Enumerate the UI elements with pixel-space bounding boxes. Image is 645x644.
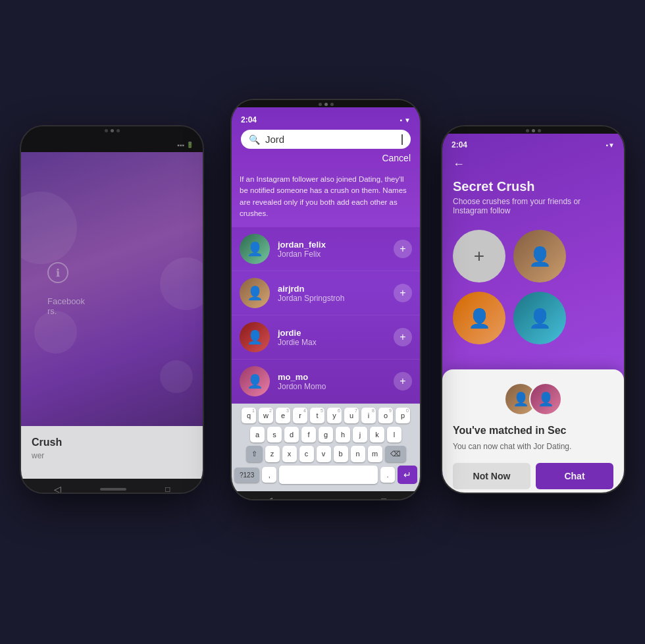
right-signal: ▪▼ [606,142,615,149]
avatar-jordan-felix: 👤 [240,234,270,264]
left-bottom-panel: Crush wer [21,426,203,479]
key-b[interactable]: b [334,446,348,462]
crush-avatar-3: 👤 [513,292,566,344]
crush-add-button[interactable]: + [453,230,505,282]
key-u[interactable]: 7u [344,408,359,423]
key-x[interactable]: x [282,446,297,462]
center-home-bar: ◁ □ [232,491,420,500]
username-3: jordie [278,328,386,338]
phone-center: 2:04 ▪ ▼ 🔍 Jord Cancel If an Instagram f… [230,99,421,500]
right-time: 2:04 [452,140,467,149]
crush-row-2: 👤 👤 [442,289,624,347]
wifi-icon: ▪ [400,117,403,124]
left-home-bar: ◁ □ [21,479,203,494]
left-bottom-sub: wer [32,451,192,460]
username-2: airjrdn [278,284,386,294]
key-r[interactable]: 4r [293,408,307,423]
result-names-4: mo_mo Jordon Momo [278,372,386,391]
key-t[interactable]: 5t [310,408,324,423]
battery-icon: 🔋 [186,142,194,148]
cancel-button[interactable]: Cancel [376,153,411,163]
result-item-1[interactable]: 👤 jordan_felix Jordan Felix + [232,227,420,271]
info-icon: ℹ [47,262,68,283]
key-d[interactable]: d [284,427,299,443]
key-h[interactable]: h [336,427,350,443]
crush-avatar-2: 👤 [453,292,505,344]
realname-3: Jordie Max [278,338,386,347]
nav-square-icon[interactable]: □ [165,485,170,494]
left-sub-text: rs. [47,306,176,316]
right-header: ← [442,152,624,176]
key-p[interactable]: 0p [396,408,410,423]
search-results: 👤 jordan_felix Jordan Felix + 👤 airjrdn … [232,227,420,404]
key-w[interactable]: 2w [259,408,273,423]
realname-1: Jordan Felix [278,250,386,259]
key-g[interactable]: g [319,427,333,443]
add-button-3[interactable]: + [394,328,412,346]
modal-avatars: 👤 👤 [453,383,613,416]
not-now-button[interactable]: Not Now [453,463,530,489]
nav-back-icon[interactable]: ◁ [54,484,61,494]
center-status-bar: 2:04 ▪ ▼ 🔍 Jord Cancel [232,107,420,169]
modal-title: You've matched in Sec [453,425,613,437]
search-icon: 🔍 [249,134,260,145]
center-nav-back[interactable]: ◁ [265,495,272,500]
right-status-bar: 2:04 ▪▼ [442,134,624,152]
key-n[interactable]: n [351,446,365,462]
add-button-2[interactable]: + [394,284,412,302]
center-nav-square[interactable]: □ [381,496,386,500]
result-item-3[interactable]: 👤 jordie Jordie Max + [232,315,420,360]
key-y[interactable]: 6y [327,408,342,423]
modal-body: You can now chat with Jor Dating. [453,441,613,452]
key-k[interactable]: k [370,427,384,443]
left-facebook-text: Facebook [47,296,176,306]
key-a[interactable]: a [250,427,265,443]
key-backspace[interactable]: ⌫ [385,446,406,462]
avatar-airjrdn: 👤 [240,278,270,308]
key-q[interactable]: 1q [242,408,256,423]
key-c[interactable]: c [299,446,314,462]
key-s[interactable]: s [267,427,282,443]
back-arrow-icon[interactable]: ← [453,157,465,171]
modal-avatar-2: 👤 [529,383,562,416]
key-m[interactable]: m [368,446,382,462]
chat-button[interactable]: Chat [536,463,613,489]
realname-2: Jordan Springstroh [278,294,386,303]
signal-icon: ▪▪▪ [177,142,184,149]
result-names-2: airjrdn Jordan Springstroh [278,284,386,303]
username-1: jordan_felix [278,240,386,250]
result-names-1: jordan_felix Jordan Felix [278,240,386,259]
modal-buttons: Not Now Chat [453,463,613,489]
key-v[interactable]: v [317,446,331,462]
key-l[interactable]: l [387,427,401,443]
key-z[interactable]: z [265,446,280,462]
result-item-2[interactable]: 👤 airjrdn Jordan Springstroh + [232,271,420,315]
key-period[interactable]: . [380,467,395,483]
key-num-switch[interactable]: ?123 [234,468,259,483]
key-o[interactable]: 9o [378,408,393,423]
left-status-bar: ▪▪▪ 🔋 [21,134,203,152]
key-shift[interactable]: ⇧ [246,446,263,462]
result-names-3: jordie Jordie Max [278,328,386,347]
result-item-4[interactable]: 👤 mo_mo Jordon Momo + [232,360,420,404]
add-button-4[interactable]: + [394,372,412,390]
add-button-1[interactable]: + [394,240,412,258]
signal-icon-c: ▼ [404,117,411,124]
search-input[interactable]: Jord [265,134,396,145]
key-space[interactable] [279,466,378,484]
center-time: 2:04 [241,115,257,124]
realname-4: Jordon Momo [278,382,386,391]
left-bottom-title: Crush [32,437,192,448]
key-f[interactable]: f [301,427,316,443]
avatar-jordie: 👤 [240,322,270,352]
secret-crush-subtitle: Choose crushes from your friends or Inst… [442,194,624,223]
key-comma[interactable]: , [262,467,276,483]
key-i[interactable]: 8i [361,408,376,423]
phone-right: 2:04 ▪▼ ← Secret Crush Choose crushes fr… [441,125,625,494]
info-text: If an Instagram follower also joined Dat… [232,169,420,227]
key-enter[interactable]: ↵ [398,466,417,484]
secret-crush-title: Secret Crush [442,176,624,194]
key-j[interactable]: j [353,427,367,443]
key-e[interactable]: 3e [276,408,290,423]
search-bar[interactable]: 🔍 Jord [241,130,411,149]
